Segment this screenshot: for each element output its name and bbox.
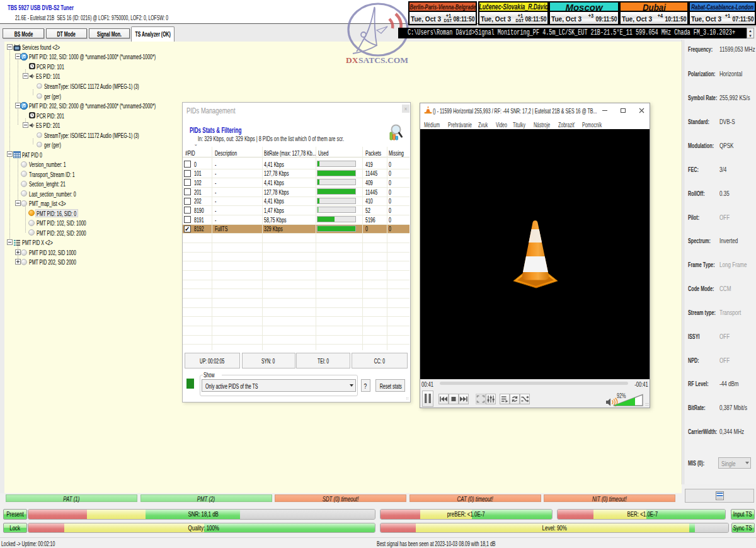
svg-text:SATCS.COM: SATCS.COM [358,55,408,64]
svg-text:DX: DX [346,55,358,64]
